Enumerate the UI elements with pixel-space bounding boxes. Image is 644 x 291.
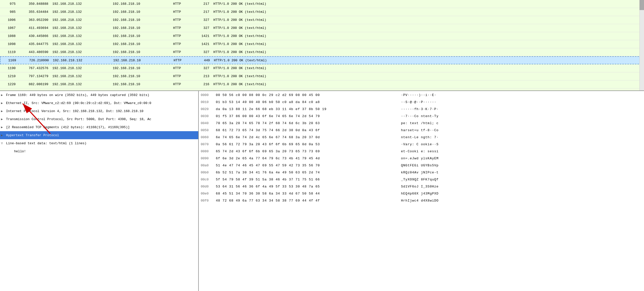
detail-row[interactable]: ▶ [2 Reassembled TCP Segments (412 bytes…: [0, 123, 198, 131]
detail-row[interactable]: ▶ Transmission Control Protocol, Src Por…: [0, 115, 198, 123]
hex-row: 0040 70 65 3a 20 74 65 78 74 2f 68 74 6d…: [199, 120, 644, 127]
packet-time: 411.493694: [20, 26, 52, 30]
hex-row: 0080 65 74 2d 43 6f 6f 6b 69 65 3a 20 73…: [199, 148, 644, 155]
detail-rows: ▶ Frame 1169: 449 bytes on wire (3592 bi…: [0, 91, 198, 155]
scrollbar-thumb[interactable]: [639, 0, 644, 10]
packet-info: HTTP/1.0 200 OK (text/html): [213, 74, 642, 78]
hex-ascii: on=.eJwd ylsKAyEM: [401, 157, 439, 160]
detail-text: Hypertext Transfer Protocol: [6, 133, 59, 137]
packet-src: 192.168.218.132: [52, 82, 113, 86]
packet-no: 1098: [2, 42, 20, 46]
packet-src: 192.168.218.132: [52, 26, 113, 30]
hex-offset: 00b0: [201, 171, 214, 174]
detail-row[interactable]: ▶ Ethernet II, Src: VMware_c2:d2:69 (00:…: [0, 99, 198, 107]
packet-row[interactable]: 1220 882.086199 192.168.218.132 192.168.…: [0, 80, 644, 88]
packet-row[interactable]: 1169 726.210990 192.168.218.132 192.168.…: [0, 56, 644, 64]
hex-row: 0010 01 b3 53 14 40 00 40 06 b0 50 c0 a8…: [199, 99, 644, 106]
packet-row[interactable]: 1067 411.493694 192.168.218.132 192.168.…: [0, 24, 644, 32]
packet-time: 767.432576: [20, 66, 52, 70]
packet-row[interactable]: 1006 363.052200 192.168.218.132 192.168.…: [0, 16, 644, 24]
detail-toggle: ▶: [1, 125, 6, 129]
packet-info: HTTP/1.0 200 OK (text/html): [213, 18, 642, 22]
hex-row: 00c0 5f 54 79 58 4f 39 51 5a 38 46 4b 37…: [199, 176, 644, 183]
packet-list-scrollbar[interactable]: [639, 0, 644, 90]
packet-proto: HTTP: [174, 59, 194, 62]
hex-ascii: QNGtFEGi UGYBs5Vp: [401, 164, 439, 167]
hex-offset: 00e0: [201, 192, 214, 196]
packet-row[interactable]: 1190 767.432576 192.168.218.132 192.168.…: [0, 64, 644, 72]
hex-row: 0020 da 0a 13 88 11 2e 66 68 eb 33 11 4b…: [199, 106, 644, 113]
packet-row[interactable]: 985 355.634484 192.168.218.132 192.168.2…: [0, 8, 644, 16]
detail-row[interactable]: ▽ Line-based text data: text/html (1 lin…: [0, 139, 198, 147]
packet-time: 435.044775: [20, 42, 52, 46]
packet-src: 192.168.218.132: [52, 18, 113, 22]
packet-row[interactable]: 1088 430.445866 192.168.218.132 192.168.…: [0, 32, 644, 40]
detail-text: Frame 1169: 449 bytes on wire (3592 bits…: [6, 93, 149, 97]
packet-info: HTTP/1.0 200 OK (text/html): [213, 34, 642, 38]
detail-text: [2 Reassembled TCP Segments (412 bytes):…: [6, 125, 130, 129]
detail-row[interactable]: ▶ Hypertext Transfer Protocol: [0, 131, 198, 139]
hex-dump: 0000 00 50 56 c0 00 08 00 0c 29 c2 d2 69…: [199, 91, 644, 291]
detail-text: Ethernet II, Src: VMware_c2:d2:69 (00:0c…: [6, 101, 151, 105]
packet-row[interactable]: 975 350.848888 192.168.218.132 192.168.2…: [0, 0, 644, 8]
packet-proto: HTTP: [173, 42, 193, 46]
packet-time: 350.848888: [20, 2, 52, 6]
packet-src: 192.168.218.132: [52, 2, 113, 6]
hex-ascii: hEQ4p60X j43MgPXD: [401, 192, 439, 196]
hex-row: 00b0 6b 52 51 7a 30 34 41 76 6a 4e 49 50…: [199, 169, 644, 176]
hex-ascii: ··7···Co ntent-Ty: [401, 114, 439, 118]
detail-row[interactable]: ▶ Frame 1169: 449 bytes on wire (3592 bi…: [0, 91, 198, 99]
packet-proto: HTTP: [173, 34, 193, 38]
packet-row[interactable]: 1098 435.044775 192.168.218.132 192.168.…: [0, 40, 644, 48]
hex-row: 0030 01 f5 37 86 00 00 43 6f 6e 74 65 6e…: [199, 113, 644, 120]
packet-no: 1220: [2, 82, 20, 86]
hex-rows: 0000 00 50 56 c0 00 08 00 0c 29 c2 d2 69…: [199, 91, 644, 204]
hex-offset: 0030: [201, 114, 214, 118]
packet-row[interactable]: 1230 893.556957 192.168.218.132 192.168.…: [0, 88, 644, 90]
packet-info: HTTP/1.0 200 OK (text/html): [213, 50, 642, 54]
packet-time: 797.134279: [20, 74, 52, 78]
packet-no: 1119: [2, 50, 20, 54]
packet-dst: 192.168.218.10: [113, 42, 173, 46]
detail-toggle: ▶: [1, 133, 6, 137]
hex-offset: 0010: [201, 100, 214, 104]
packet-len: 449: [194, 59, 214, 62]
packet-len: 327: [193, 26, 213, 30]
hex-row: 00a0 51 4e 47 74 46 45 47 69 55 47 59 42…: [199, 162, 644, 169]
packet-rows: 975 350.848888 192.168.218.132 192.168.2…: [0, 0, 644, 90]
hex-bytes: 51 4e 47 74 46 45 47 69 55 47 59 42 73 3…: [216, 164, 397, 167]
hex-bytes: 01 f5 37 86 00 00 43 6f 6e 74 65 6e 74 2…: [216, 114, 397, 118]
hex-ascii: et-Cooki e: sessi: [401, 150, 439, 153]
packet-proto: HTTP: [173, 82, 193, 86]
packet-time: 430.445866: [20, 34, 52, 38]
hex-bytes: 0a 56 61 72 79 3a 20 43 6f 6f 6b 69 65 0…: [216, 142, 397, 146]
hex-row: 0000 00 50 56 c0 00 08 00 0c 29 c2 d2 69…: [199, 91, 644, 99]
bottom-pane: ▶ Frame 1169: 449 bytes on wire (3592 bi…: [0, 90, 644, 291]
detail-toggle: ▶: [1, 109, 6, 113]
hex-row: 0090 6f 6e 3d 2e 65 4a 77 64 79 6c 73 4b…: [199, 155, 644, 162]
packet-src: 192.168.218.132: [52, 66, 113, 70]
detail-row[interactable]: ▶ Internet Protocol Version 4, Src: 192.…: [0, 107, 198, 115]
packet-row[interactable]: 1210 797.134279 192.168.218.132 192.168.…: [0, 72, 644, 80]
hex-bytes: 6b 52 51 7a 30 34 41 76 6a 4e 49 50 63 6…: [216, 171, 397, 174]
packet-no: 1067: [2, 26, 20, 30]
packet-details: ▶ Frame 1169: 449 bytes on wire (3592 bi…: [0, 91, 199, 291]
packet-no: 1006: [2, 18, 20, 22]
detail-text: Transmission Control Protocol, Src Port:…: [6, 117, 151, 121]
hex-bytes: 70 65 3a 20 74 65 78 74 2f 68 74 6d 6c 3…: [216, 121, 397, 125]
packet-no: 1210: [2, 74, 20, 78]
hex-row: 00f0 48 72 68 49 6a 77 63 34 34 58 38 77…: [199, 197, 644, 204]
packet-proto: HTTP: [173, 26, 193, 30]
packet-row[interactable]: 1119 443.486590 192.168.218.132 192.168.…: [0, 48, 644, 56]
hex-ascii: ntent-Le ngth: 7·: [401, 135, 439, 139]
packet-no: 1190: [2, 66, 20, 70]
packet-list: 975 350.848888 192.168.218.132 192.168.2…: [0, 0, 644, 90]
packet-info: HTTP/1.0 200 OK (text/html): [214, 59, 641, 62]
hex-bytes: 53 64 31 56 46 36 6f 4a 49 5f 33 53 30 4…: [216, 185, 397, 188]
hex-bytes: 68 45 51 34 70 36 30 58 6a 34 33 4d 67 5…: [216, 192, 397, 196]
packet-src: 192.168.218.132: [52, 50, 113, 54]
packet-no: 975: [2, 2, 20, 6]
packet-len: 327: [193, 50, 213, 54]
detail-text: Internet Protocol Version 4, Src: 192.16…: [6, 109, 143, 113]
packet-info: HTTP/1.0 200 OK (text/html): [213, 82, 642, 86]
